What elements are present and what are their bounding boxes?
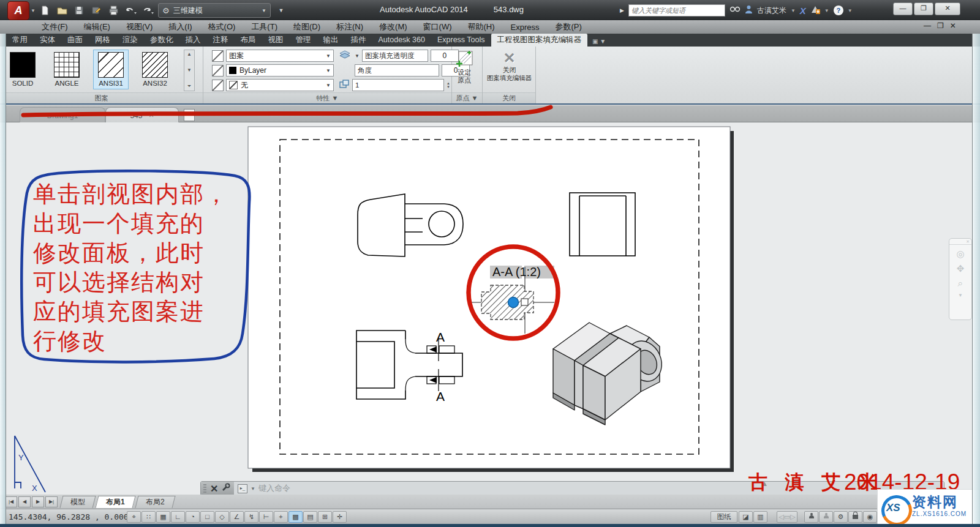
close-hatch-editor-button[interactable]: ✕ 关闭 图案填充编辑器 [483, 50, 536, 82]
swatch-ansi32[interactable]: ANSI32 [137, 50, 173, 89]
navbar-close-icon[interactable]: ✕ [949, 239, 971, 245]
swatch-angle[interactable]: ANGLE [49, 50, 85, 89]
last-layout-button[interactable]: ▶| [45, 496, 58, 507]
gallery-down-icon[interactable]: ▼ [187, 67, 192, 73]
doc-restore-icon[interactable]: ❐ [937, 21, 944, 30]
swatch-ansi31[interactable]: ANSI31 [93, 50, 129, 89]
pattern-panel-label[interactable]: 图案 [0, 92, 203, 103]
first-layout-button[interactable]: |◀ [5, 496, 17, 507]
polar-toggle[interactable]: ◔ [186, 511, 200, 523]
command-input[interactable]: ▸_ ▼ 键入命令 [234, 482, 944, 495]
navigation-bar[interactable]: ✕ ◎ ✥ ⌕ ▼ [949, 238, 972, 320]
infocenter-expand-icon[interactable]: ▶ [620, 7, 624, 13]
menu-file[interactable]: 文件(F) [34, 21, 76, 32]
osnap3d-toggle[interactable]: ◇ [215, 511, 229, 523]
prev-layout-button[interactable]: ◀ [18, 496, 31, 507]
annotation-monitor-toggle[interactable]: ✛ [333, 511, 347, 523]
app-menu-arrow-icon[interactable]: ▼ [31, 8, 36, 13]
navbar-more-icon[interactable]: ▼ [958, 293, 963, 298]
workspace-switch-gear-icon[interactable]: ⚙ [834, 511, 848, 523]
paper-model-button[interactable]: 图纸 [710, 511, 737, 523]
gallery-expand-icon[interactable]: ⏷ [187, 83, 191, 89]
ribbon-tab-plugins[interactable]: 插件 [345, 34, 372, 47]
scale-spinner[interactable]: ▲▼ [447, 81, 450, 89]
save-as-button[interactable] [89, 4, 103, 17]
ribbon-tab-hatch-editor[interactable]: 工程视图图案填充编辑器 [491, 34, 588, 47]
open-file-button[interactable] [55, 4, 69, 17]
lineweight-toggle[interactable]: + [274, 511, 288, 523]
help-icon[interactable]: ? [834, 6, 843, 15]
menu-edit[interactable]: 编辑(E) [76, 21, 118, 32]
menu-draw[interactable]: 绘图(D) [285, 21, 328, 32]
menu-tools[interactable]: 工具(T) [243, 21, 285, 32]
annotation-visibility-button[interactable] [804, 511, 818, 523]
dynamic-input-toggle[interactable]: ⊢ [259, 511, 273, 523]
dock-grip-handle[interactable] [203, 484, 206, 493]
menu-window[interactable]: 窗口(W) [415, 21, 460, 32]
minimize-button[interactable]: — [893, 2, 913, 15]
search-icon[interactable] [729, 5, 741, 16]
hatch-type-dropdown[interactable]: 图案▼ [226, 50, 334, 62]
quick-properties-toggle[interactable]: ▤ [303, 511, 317, 523]
ribbon-tab-mesh[interactable]: 网格 [89, 34, 116, 47]
origin-panel-label[interactable]: 原点 ▼ [452, 92, 482, 103]
app-logo-icon[interactable]: A [7, 1, 29, 20]
command-line-dock[interactable]: ✕ ▸_ ▼ 键入命令 [200, 481, 944, 496]
menu-parametric[interactable]: 参数(P) [548, 21, 590, 32]
menu-dimension[interactable]: 标注(N) [328, 21, 371, 32]
hatch-color-dropdown[interactable]: ByLayer▼ [226, 64, 334, 77]
steering-wheel-icon[interactable]: ◎ [956, 249, 964, 260]
snap-toggle[interactable]: ∷ [141, 511, 156, 523]
exchange-apps-icon[interactable]: X [800, 6, 806, 16]
scale-value-field[interactable]: 1 [352, 79, 444, 91]
plot-button[interactable] [107, 4, 120, 17]
ribbon-tab-layout[interactable]: 布局 [235, 34, 262, 47]
properties-panel-label[interactable]: 特性 ▼ [203, 92, 451, 103]
ribbon-tab-home[interactable]: 常用 [6, 34, 34, 47]
menu-insert[interactable]: 插入(I) [160, 21, 200, 32]
new-file-button[interactable] [38, 4, 51, 17]
user-menu-arrow-icon[interactable]: ▼ [791, 8, 796, 13]
hatch-background-dropdown[interactable]: 无▼ [226, 79, 334, 91]
model-tab[interactable]: 模型 [60, 496, 96, 508]
gallery-up-icon[interactable]: ▲ [187, 51, 192, 57]
help-arrow-icon[interactable]: ▼ [848, 8, 853, 13]
new-drawing-tab-button[interactable] [184, 109, 195, 121]
autoscale-button[interactable] [819, 511, 833, 523]
drawing-canvas[interactable] [6, 122, 971, 496]
grid-toggle[interactable]: ▦ [156, 511, 170, 523]
dock-close-icon[interactable]: ✕ [210, 483, 218, 495]
toolbar-lock-icon[interactable] [848, 511, 862, 523]
gallery-scrollbar[interactable]: ▲ ▼ ⏷ [184, 50, 195, 91]
dock-wrench-icon[interactable] [222, 483, 230, 494]
maximize-button[interactable]: ❐ [914, 2, 933, 15]
ribbon-tab-manage[interactable]: 管理 [290, 34, 317, 47]
file-tab-543[interactable]: 543✕ [105, 107, 179, 123]
ribbon-tab-annotate[interactable]: 注释 [207, 34, 235, 47]
search-input[interactable] [628, 4, 725, 17]
menu-express[interactable]: Express [503, 23, 548, 32]
ribbon-tab-view[interactable]: 视图 [262, 34, 290, 47]
autodesk360-icon[interactable] [810, 5, 820, 17]
undo-button[interactable] [124, 4, 137, 17]
ribbon-tab-output[interactable]: 输出 [317, 34, 345, 47]
osnap-toggle[interactable]: □ [200, 511, 214, 523]
layout2-tab[interactable]: 布局2 [135, 496, 175, 508]
layout1-tab[interactable]: 布局1 [96, 496, 136, 508]
dynamic-ucs-toggle[interactable]: ↯ [244, 511, 258, 523]
save-button[interactable] [72, 4, 86, 17]
qat-overflow-button[interactable]: ▼ [274, 4, 288, 17]
menu-view[interactable]: 视图(V) [118, 21, 160, 32]
ribbon-tab-express[interactable]: Express Tools [431, 34, 491, 47]
next-layout-button[interactable]: ▶ [32, 496, 44, 507]
infer-constraints-toggle[interactable]: ⌖ [127, 511, 141, 523]
close-button[interactable]: ✕ [935, 2, 960, 15]
a360-arrow-icon[interactable]: ▼ [824, 8, 829, 13]
menu-modify[interactable]: 修改(M) [371, 21, 415, 32]
set-origin-button[interactable]: 设定 原点 [455, 50, 473, 84]
doc-close-icon[interactable]: ✕ [950, 21, 956, 30]
command-history-icon[interactable]: ▼ [251, 486, 255, 491]
transparency-arrow-icon[interactable]: ▼ [355, 53, 360, 59]
redo-button[interactable] [141, 4, 154, 17]
ribbon-tab-parametric[interactable]: 参数化 [144, 34, 179, 47]
